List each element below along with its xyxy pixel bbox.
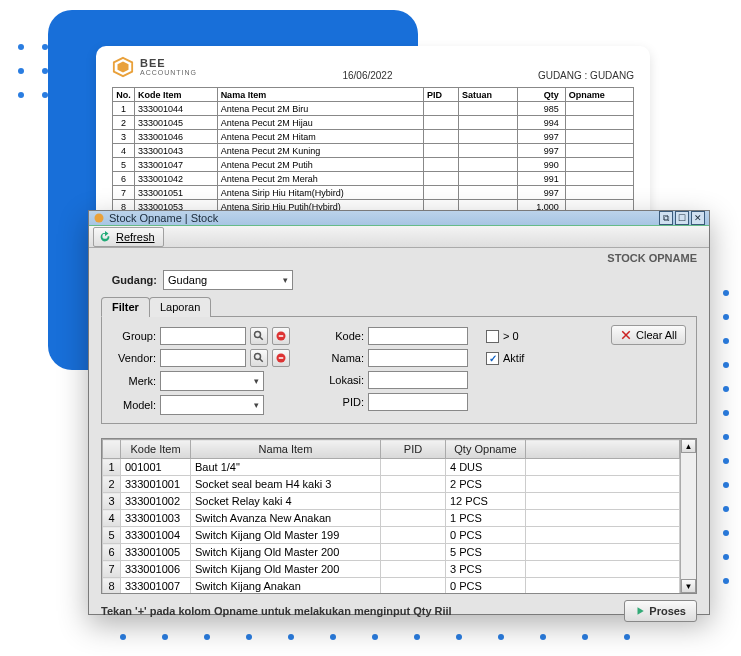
detach-button[interactable]: ⧉ [659,211,673,225]
logo: BEE ACCOUNTING [112,56,197,78]
group-input[interactable] [160,327,246,345]
clear-icon [275,352,287,364]
vendor-input[interactable] [160,349,246,367]
aktif-label: Aktif [503,352,524,364]
maximize-button[interactable]: ☐ [675,211,689,225]
footer-hint: Tekan '+' pada kolom Opname untuk melaku… [101,605,452,617]
nama-label: Nama: [320,352,364,364]
grid-row[interactable]: 5333001004Switch Kijang Old Master 1990 … [103,527,680,544]
pid-label: PID: [320,396,364,408]
report-table: No.Kode ItemNama ItemPIDSatuanQtyOpname … [112,87,634,214]
window-title: Stock Opname | Stock [109,212,657,224]
group-label: Group: [112,330,156,342]
report-col-header: Nama Item [217,88,423,102]
grid-row[interactable]: 8333001007Switch Kijang Anakan0 PCS [103,578,680,594]
svg-point-2 [95,214,104,223]
merk-label: Merk: [112,375,156,387]
grid-corner [103,440,121,459]
svg-point-3 [255,332,261,338]
grid-col-header[interactable]: Qty Opname [446,440,526,459]
grid-col-header[interactable]: PID [381,440,446,459]
filter-pane: Group: Vendor: Merk: Model: [101,317,697,424]
search-icon [253,352,265,364]
vendor-label: Vendor: [112,352,156,364]
report-col-header: Qty [517,88,565,102]
report-row: 6333001042Antena Pecut 2m Merah991 [113,172,634,186]
clear-all-label: Clear All [636,329,677,341]
grid-row[interactable]: 2333001001Socket seal beam H4 kaki 32 PC… [103,476,680,493]
report-col-header: PID [424,88,459,102]
logo-sub: ACCOUNTING [140,69,197,76]
refresh-icon [98,230,112,244]
report-date: 16/06/2022 [197,70,538,81]
gt0-checkbox[interactable] [486,330,499,343]
aktif-checkbox[interactable] [486,352,499,365]
nama-input[interactable] [368,349,468,367]
section-heading: STOCK OPNAME [89,248,709,266]
report-row: 3333001046Antena Pecut 2M Hitam997 [113,130,634,144]
merk-combo[interactable] [160,371,264,391]
scrollbar[interactable]: ▲ ▼ [680,439,696,593]
tab-filter[interactable]: Filter [101,297,150,317]
lokasi-label: Lokasi: [320,374,364,386]
report-sheet: BEE ACCOUNTING 16/06/2022 GUDANG : GUDAN… [96,46,650,222]
group-lookup-button[interactable] [250,327,268,345]
vendor-lookup-button[interactable] [250,349,268,367]
scroll-up-button[interactable]: ▲ [681,439,696,453]
refresh-label: Refresh [116,231,155,243]
grid-col-header[interactable]: Kode Item [121,440,191,459]
report-row: 1333001044Antena Pecut 2M Biru985 [113,102,634,116]
report-col-header: Opname [565,88,633,102]
grid-col-filler [526,440,680,459]
report-gudang-label: GUDANG : GUDANG [538,70,634,81]
report-row: 4333001043Antena Pecut 2M Kuning997 [113,144,634,158]
model-label: Model: [112,399,156,411]
grid-row[interactable]: 7333001006Switch Kijang Old Master 2003 … [103,561,680,578]
svg-line-7 [260,359,263,362]
decor-dots [120,634,630,640]
gudang-combo[interactable]: Gudang [163,270,293,290]
grid-row[interactable]: 4333001003Switch Avanza New Anakan1 PCS [103,510,680,527]
group-clear-button[interactable] [272,327,290,345]
gudang-label: Gudang: [101,274,157,286]
grid-col-header[interactable]: Nama Item [191,440,381,459]
grid-row[interactable]: 6333001005Switch Kijang Old Master 2005 … [103,544,680,561]
gudang-value: Gudang [168,274,207,286]
close-button[interactable]: ✕ [691,211,705,225]
svg-point-6 [255,354,261,360]
gt0-label: > 0 [503,330,519,342]
svg-line-4 [260,337,263,340]
scroll-down-button[interactable]: ▼ [681,579,696,593]
vendor-clear-button[interactable] [272,349,290,367]
kode-label: Kode: [320,330,364,342]
x-icon [620,329,632,341]
report-col-header: No. [113,88,135,102]
logo-brand: BEE [140,58,197,69]
report-row: 7333001051Antena Sirip Hiu Hitam(Hybird)… [113,186,634,200]
tab-laporan[interactable]: Laporan [149,297,211,317]
grid-row[interactable]: 1001001Baut 1/4"4 DUS [103,459,680,476]
lokasi-input[interactable] [368,371,468,389]
search-icon [253,330,265,342]
model-combo[interactable] [160,395,264,415]
svg-marker-1 [118,62,129,73]
pid-input[interactable] [368,393,468,411]
clear-icon [275,330,287,342]
refresh-button[interactable]: Refresh [93,227,164,247]
titlebar[interactable]: Stock Opname | Stock ⧉ ☐ ✕ [89,211,709,226]
bee-logo-icon [112,56,134,78]
kode-input[interactable] [368,327,468,345]
report-row: 5333001047Antena Pecut 2M Putih990 [113,158,634,172]
proses-label: Proses [649,605,686,617]
proses-button[interactable]: Proses [624,600,697,622]
scroll-track[interactable] [681,453,696,579]
clear-all-button[interactable]: Clear All [611,325,686,345]
report-col-header: Satuan [458,88,517,102]
grid-row[interactable]: 3333001002Socket Relay kaki 412 PCS [103,493,680,510]
grid: Kode ItemNama ItemPIDQty Opname 1001001B… [101,438,697,594]
play-icon [635,606,645,616]
report-col-header: Kode Item [135,88,218,102]
report-row: 2333001045Antena Pecut 2M Hijau994 [113,116,634,130]
stock-opname-window: Stock Opname | Stock ⧉ ☐ ✕ Refresh STOCK… [88,210,710,615]
toolbar: Refresh [89,226,709,248]
